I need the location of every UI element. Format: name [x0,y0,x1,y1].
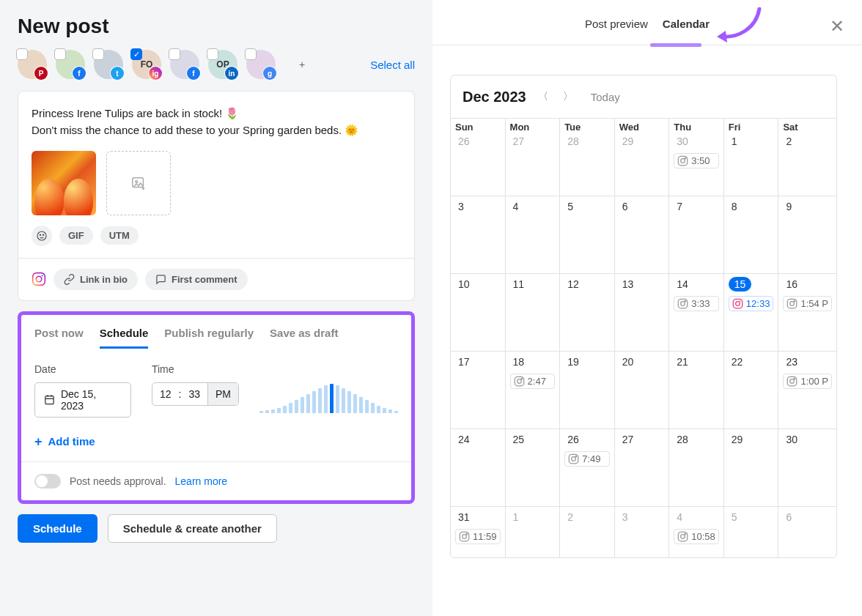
calendar-next-button[interactable]: 〉 [560,87,576,106]
calendar-cell[interactable]: 161:54 P [778,273,836,351]
calendar-cell[interactable]: 24 [451,428,506,506]
calendar-cell[interactable]: 5 [560,196,615,273]
select-all-link[interactable]: Select all [370,59,415,71]
calendar-cell[interactable]: Sat2 [778,118,836,196]
emoji-button[interactable] [32,226,52,246]
calendar-event[interactable]: 12:33 [729,296,774,311]
calendar-event[interactable]: 10:58 [674,529,719,544]
account-checkbox[interactable] [207,48,218,60]
calendar-cell[interactable]: 1 [506,506,561,557]
calendar-cell[interactable]: Fri1 [724,118,779,196]
calendar-cell[interactable]: 11 [506,273,561,351]
account-checkbox[interactable] [54,48,66,60]
account-avatar[interactable]: f [56,50,85,79]
calendar-cell[interactable]: 410:58 [669,506,724,557]
calendar-cell[interactable]: 8 [724,196,779,273]
calendar-cell[interactable]: 3 [451,196,506,273]
calendar-cell[interactable]: 6 [615,196,670,273]
approval-toggle[interactable] [34,474,61,489]
calendar-cell[interactable]: 22 [724,351,779,428]
calendar-cell[interactable]: 29 [724,428,779,506]
account-checkbox[interactable] [16,48,28,60]
account-avatar[interactable]: t [94,50,123,79]
account-checkbox[interactable] [169,48,180,60]
calendar-daynum: 27 [619,432,637,447]
time-ampm[interactable]: PM [207,383,238,405]
calendar-cell[interactable]: 143:33 [669,273,724,351]
calendar-event[interactable]: 7:49 [564,451,610,467]
account-avatar[interactable]: g [246,50,276,79]
calendar-cell[interactable]: 182:47 [506,351,561,428]
calendar-cell[interactable]: Mon27 [506,118,561,196]
calendar-prev-button[interactable]: 〈 [535,87,551,106]
tab-post-preview[interactable]: Post preview [585,18,648,40]
calendar-cell[interactable]: 6 [778,506,836,557]
time-input[interactable]: 12 : 33 PM [152,382,239,406]
composer-text[interactable]: Princess Irene Tulips are back in stock!… [18,92,414,151]
calendar-cell[interactable]: 10 [451,273,506,351]
calendar-cell[interactable]: 4 [506,196,561,273]
calendar-event[interactable]: 11:59 [455,529,501,544]
add-time-button[interactable]: + Add time [34,435,95,448]
instagram-mini-icon [787,298,797,309]
first-comment-button[interactable]: First comment [145,269,248,290]
schedule-button[interactable]: Schedule [18,514,97,543]
calendar-cell[interactable]: 9 [778,196,836,273]
calendar-cell[interactable]: 2 [560,506,615,557]
media-thumbnail[interactable] [32,151,96,215]
account-avatar[interactable]: FO✓ig [132,50,161,79]
calendar-cell[interactable]: 7 [669,196,724,273]
calendar-cell[interactable]: 3 [615,506,670,557]
tab-schedule[interactable]: Schedule [100,327,149,349]
account-avatar[interactable]: f [170,50,199,79]
calendar-today-button[interactable]: Today [591,91,620,103]
calendar-cell[interactable]: 5 [724,506,779,557]
calendar-cell[interactable]: 231:00 P [778,351,836,428]
time-minute[interactable]: 33 [181,383,207,405]
calendar-cell[interactable]: 13 [615,273,670,351]
tab-save-as-draft[interactable]: Save as draft [270,327,338,349]
calendar-cell[interactable]: 25 [506,428,561,506]
tab-post-now[interactable]: Post now [34,327,84,349]
calendar-cell[interactable]: 267:49 [560,428,615,506]
calendar-cell[interactable]: 1512:33 [724,273,779,351]
time-hour[interactable]: 12 [152,383,179,405]
calendar-cell[interactable]: Thu303:50 [669,118,724,196]
calendar-daynum: 28 [674,432,691,447]
calendar-cell[interactable]: 17 [451,351,506,428]
add-account-button[interactable]: + [287,50,317,79]
calendar-cell[interactable]: 12 [560,273,615,351]
calendar-event[interactable]: 1:54 P [783,296,832,311]
calendar-cell[interactable]: 27 [615,428,670,506]
chart-bar [277,408,281,413]
utm-chip[interactable]: UTM [100,226,139,245]
calendar-event[interactable]: 3:50 [674,153,719,168]
calendar-event[interactable]: 3:33 [674,296,719,311]
calendar-cell[interactable]: Sun26 [451,118,506,196]
calendar-cell[interactable]: 30 [778,428,836,506]
tab-calendar[interactable]: Calendar [663,18,710,40]
gif-chip[interactable]: GIF [59,226,93,245]
account-avatar[interactable]: OPin [208,50,237,79]
schedule-another-button[interactable]: Schedule & create another [108,514,277,543]
calendar-cell[interactable]: 19 [560,351,615,428]
link-in-bio-button[interactable]: Link in bio [54,269,138,290]
date-input[interactable]: Dec 15, 2023 [34,382,131,418]
calendar-cell[interactable]: 20 [615,351,670,428]
event-time: 12:33 [746,298,770,309]
calendar-event[interactable]: 1:00 P [783,374,832,389]
calendar-cell[interactable]: 3111:59 [451,506,506,557]
tab-publish-regularly[interactable]: Publish regularly [164,327,254,349]
account-checkbox[interactable]: ✓ [130,48,142,60]
calendar-cell[interactable]: Wed29 [615,118,670,196]
account-checkbox[interactable] [245,48,257,60]
account-avatar[interactable]: P [18,50,47,79]
calendar-cell[interactable]: 21 [669,351,724,428]
first-comment-label: First comment [172,274,237,285]
learn-more-link[interactable]: Learn more [175,475,228,487]
calendar-cell[interactable]: 28 [669,428,724,506]
add-media-button[interactable] [106,151,171,215]
calendar-event[interactable]: 2:47 [510,374,556,389]
calendar-cell[interactable]: Tue28 [560,118,615,196]
account-checkbox[interactable] [92,48,104,60]
